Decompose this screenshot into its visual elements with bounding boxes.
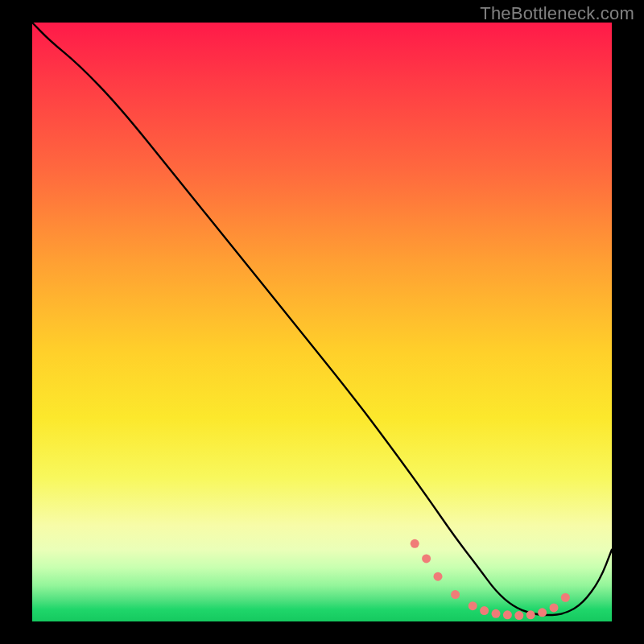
plot-area — [32, 23, 612, 621]
valley-dot — [561, 593, 570, 602]
valley-dot — [514, 611, 523, 620]
valley-dot — [492, 609, 501, 618]
valley-dot — [538, 608, 547, 617]
valley-dot — [451, 590, 460, 599]
valley-dot — [503, 610, 512, 619]
valley-markers — [411, 539, 570, 620]
valley-dot — [526, 610, 535, 619]
valley-dot — [434, 572, 443, 581]
chart-frame: TheBottleneck.com — [0, 0, 644, 644]
bottleneck-curve — [32, 23, 612, 615]
valley-dot — [411, 539, 419, 548]
valley-dot — [469, 601, 477, 610]
valley-dot — [550, 603, 559, 612]
watermark-text: TheBottleneck.com — [480, 3, 634, 24]
valley-dot — [422, 554, 431, 563]
curve-layer — [32, 23, 612, 621]
valley-dot — [480, 606, 489, 615]
